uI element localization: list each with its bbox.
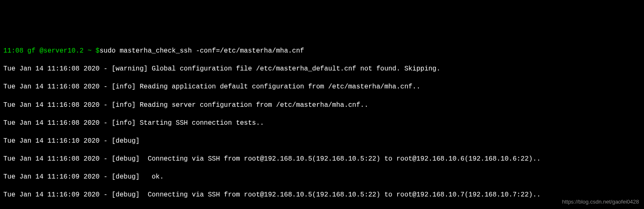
log-line: Tue Jan 14 11:16:08 2020 - [debug] Conne… [3,155,641,164]
log-line: Tue Jan 14 11:16:10 2020 - [debug] [3,137,641,146]
prompt-time: 11:08 [3,47,23,55]
watermark-text: https://blog.csdn.net/gaofei0428 [562,198,639,206]
log-line: Tue Jan 14 11:16:09 2020 - [debug] Conne… [3,191,641,200]
prompt-user-host: gf @server10.2 ~ [23,47,96,55]
prompt-dollar: $ [96,47,100,55]
log-line: Tue Jan 14 11:16:08 2020 - [warning] Glo… [3,65,641,74]
log-line: Tue Jan 14 11:16:08 2020 - [info] Readin… [3,83,641,92]
prompt-line-1: 11:08 gf @server10.2 ~ $sudo masterha_ch… [3,47,641,56]
command-text: sudo masterha_check_ssh -conf=/etc/maste… [99,47,304,55]
terminal-output[interactable]: 11:08 gf @server10.2 ~ $sudo masterha_ch… [3,38,641,209]
log-line: Tue Jan 14 11:16:09 2020 - [debug] ok. [3,173,641,182]
log-line: Tue Jan 14 11:16:08 2020 - [info] Readin… [3,101,641,110]
log-line: Tue Jan 14 11:16:08 2020 - [info] Starti… [3,119,641,128]
